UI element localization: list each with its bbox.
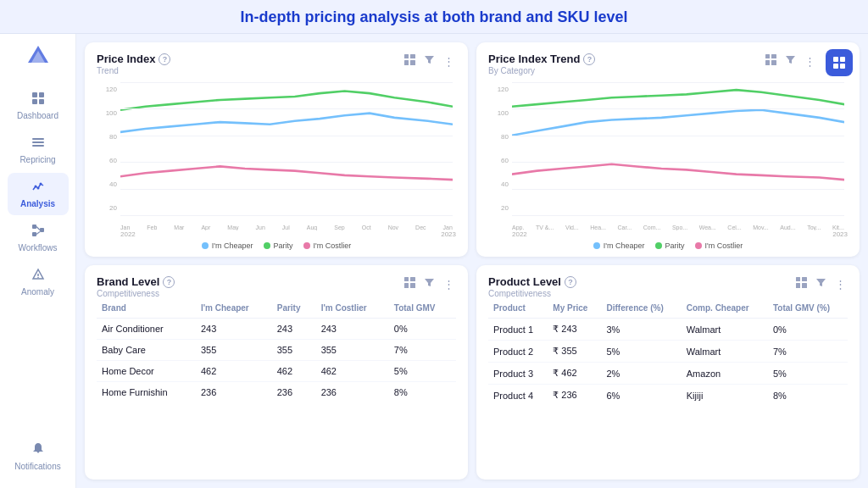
brand-level-more-btn[interactable]: ⋮ <box>442 276 456 292</box>
brand-level-table-wrap: Brand I'm Cheaper Parity I'm Costlier To… <box>97 300 456 473</box>
svg-rect-23 <box>833 57 838 62</box>
brand-level-table-btn[interactable] <box>403 275 417 292</box>
sidebar-notifications-label: Notifications <box>14 462 60 471</box>
product-level-actions: ⋮ <box>794 275 848 292</box>
svg-rect-30 <box>771 60 776 65</box>
legend-costlier: I'm Costlier <box>303 241 352 250</box>
sidebar-item-workflows[interactable]: Workflows <box>8 217 69 259</box>
price-index-trend-legend: I'm Cheaper Parity I'm Costlier <box>488 241 848 250</box>
product-level-table-header: Product My Price Difference (%) Comp. Ch… <box>488 300 848 319</box>
svg-rect-34 <box>410 283 415 288</box>
price-index-trend-x-axis: App.TV &...Vid...Hea...Car...Com...Spo..… <box>512 225 844 230</box>
col-total-gmv: Total GMV (%) <box>768 300 848 319</box>
svg-rect-20 <box>410 54 415 58</box>
sidebar-analysis-label: Analysis <box>20 199 55 208</box>
svg-rect-12 <box>32 225 36 229</box>
table-row: Product 1 ₹ 243 3% Walmart 0% <box>488 319 848 341</box>
svg-rect-4 <box>32 99 37 104</box>
sidebar-item-anomaly[interactable]: Anomaly <box>8 261 69 303</box>
sidebar-workflows-label: Workflows <box>19 243 58 252</box>
product-level-table-wrap: Product My Price Difference (%) Comp. Ch… <box>488 300 848 473</box>
svg-rect-36 <box>802 277 807 281</box>
price-index-trend-y-axis: 12010080604020 <box>488 86 509 212</box>
sidebar: Dashboard Repricing Analysis Workflows A… <box>0 34 76 488</box>
table-row: Product 4 ₹ 236 6% Kijiji 8% <box>488 385 848 407</box>
col-comp-cheaper: Comp. Cheaper <box>682 300 768 319</box>
price-index-x-axis: JanFebMarAprMayJunJulAugSepOctNovDecJan <box>120 225 453 230</box>
price-index-trend-subtitle: By Category <box>488 66 595 75</box>
price-index-trend-chart: 12010080604020 App.TV &...Vid... <box>488 77 848 230</box>
price-index-title-block: Price Index ? Trend <box>97 53 170 75</box>
price-index-trend-filter-btn[interactable] <box>783 53 798 69</box>
brand-level-subtitle: Competitiveness <box>97 289 175 298</box>
price-index-header: Price Index ? Trend ⋮ <box>97 53 456 75</box>
price-index-title: Price Index ? <box>97 53 170 65</box>
analysis-icon <box>31 180 45 197</box>
price-index-y-axis: 12010080604020 <box>97 86 117 212</box>
price-index-trend-table-btn[interactable] <box>764 53 778 69</box>
table-row: Home Furnishin 236 236 236 8% <box>97 382 456 403</box>
svg-rect-25 <box>833 64 838 69</box>
table-row: Baby Care 355 355 355 7% <box>97 340 456 361</box>
svg-rect-7 <box>32 141 44 143</box>
svg-line-15 <box>36 227 40 230</box>
price-index-more-btn[interactable]: ⋮ <box>442 53 456 69</box>
anomaly-icon <box>31 268 45 285</box>
brand-level-header: Brand Level ? Competitiveness ⋮ <box>97 275 456 298</box>
page-title: In-depth pricing analysis at both brand … <box>0 8 868 26</box>
brand-level-actions: ⋮ <box>403 275 456 292</box>
price-index-card: Price Index ? Trend ⋮ 12010 <box>85 42 468 257</box>
svg-rect-21 <box>404 60 409 65</box>
col-my-price: My Price <box>548 300 601 319</box>
brand-level-filter-btn[interactable] <box>422 275 437 292</box>
sidebar-item-notifications[interactable]: Notifications <box>8 435 69 478</box>
table-row: Product 3 ₹ 462 2% Amazon 5% <box>488 363 848 385</box>
svg-rect-26 <box>840 64 845 69</box>
price-index-actions: ⋮ <box>403 53 456 69</box>
sidebar-anomaly-label: Anomaly <box>21 287 54 297</box>
price-index-trend-year-labels: 2022 2023 <box>488 230 848 238</box>
main-content: Price Index ? Trend ⋮ 12010 <box>76 34 868 488</box>
sidebar-dashboard-label: Dashboard <box>17 111 58 120</box>
svg-point-10 <box>36 187 39 190</box>
price-index-trend-info-icon[interactable]: ? <box>583 53 595 65</box>
svg-rect-19 <box>404 54 409 58</box>
product-level-card: Product Level ? Competitiveness ⋮ <box>476 265 860 480</box>
dashboard-icon <box>31 92 45 108</box>
product-level-table-btn[interactable] <box>794 275 809 292</box>
product-level-info-icon[interactable]: ? <box>565 276 576 288</box>
price-index-chart-inner: JanFebMarAprMayJunJulAugSepOctNovDecJan <box>120 82 453 215</box>
sidebar-item-repricing[interactable]: Repricing <box>8 129 69 171</box>
svg-rect-29 <box>765 60 770 65</box>
table-row: Air Conditioner 243 243 243 0% <box>97 319 456 340</box>
sidebar-item-dashboard[interactable]: Dashboard <box>8 85 69 127</box>
sidebar-item-analysis[interactable]: Analysis <box>8 173 69 215</box>
price-index-legend: I'm Cheaper Parity I'm Costlier <box>97 241 456 250</box>
svg-rect-22 <box>410 60 415 65</box>
svg-rect-3 <box>39 92 44 97</box>
svg-rect-33 <box>404 283 409 288</box>
svg-point-9 <box>34 186 36 188</box>
price-index-subtitle: Trend <box>97 66 170 75</box>
col-parity: Parity <box>272 300 316 319</box>
repricing-icon <box>31 136 45 152</box>
product-level-more-btn[interactable]: ⋮ <box>833 276 848 292</box>
brand-level-info-icon[interactable]: ? <box>163 276 175 288</box>
price-index-trend-card: Price Index Trend ? By Category ⋮ <box>476 42 860 257</box>
price-index-trend-more-btn[interactable]: ⋮ <box>803 53 817 69</box>
brand-level-title: Brand Level ? <box>97 275 175 288</box>
sidebar-logo <box>26 44 50 71</box>
col-cheaper: I'm Cheaper <box>196 300 272 319</box>
price-index-table-btn[interactable] <box>403 53 417 69</box>
svg-rect-31 <box>404 277 409 281</box>
col-brand: Brand <box>97 300 196 319</box>
price-index-trend-chart-inner: App.TV &...Vid...Hea...Car...Com...Spo..… <box>512 82 844 215</box>
floating-grid-btn[interactable] <box>826 49 853 76</box>
price-index-info-icon[interactable]: ? <box>159 53 170 65</box>
product-level-header: Product Level ? Competitiveness ⋮ <box>488 275 848 298</box>
svg-rect-38 <box>802 283 807 288</box>
price-index-filter-btn[interactable] <box>422 53 437 69</box>
table-row: Product 2 ₹ 355 5% Walmart 7% <box>488 341 848 363</box>
product-level-filter-btn[interactable] <box>814 275 828 292</box>
svg-rect-37 <box>796 283 800 288</box>
